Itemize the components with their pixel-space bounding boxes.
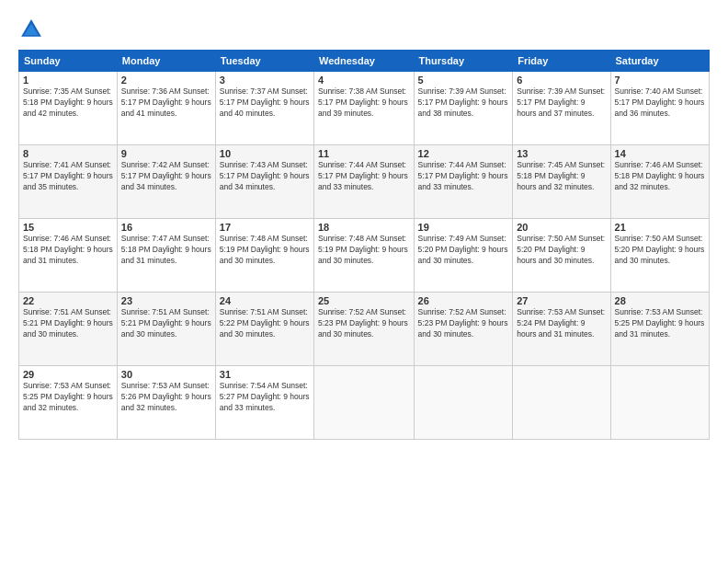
calendar-cell: 23Sunrise: 7:51 AM Sunset: 5:21 PM Dayli… (117, 293, 215, 366)
day-number: 19 (418, 222, 509, 233)
calendar-body: 1Sunrise: 7:35 AM Sunset: 5:18 PM Daylig… (19, 72, 710, 440)
day-header-monday: Monday (117, 51, 215, 72)
day-info: Sunrise: 7:41 AM Sunset: 5:17 PM Dayligh… (23, 160, 113, 193)
calendar-cell: 18Sunrise: 7:48 AM Sunset: 5:19 PM Dayli… (313, 219, 414, 293)
calendar-cell: 4Sunrise: 7:38 AM Sunset: 5:17 PM Daylig… (313, 72, 414, 145)
day-info: Sunrise: 7:53 AM Sunset: 5:26 PM Dayligh… (121, 381, 211, 414)
week-row-4: 29Sunrise: 7:53 AM Sunset: 5:25 PM Dayli… (19, 366, 710, 440)
calendar-cell: 7Sunrise: 7:40 AM Sunset: 5:17 PM Daylig… (610, 72, 709, 145)
day-info: Sunrise: 7:35 AM Sunset: 5:18 PM Dayligh… (23, 86, 113, 120)
calendar-cell: 11Sunrise: 7:44 AM Sunset: 5:17 PM Dayli… (313, 145, 414, 219)
day-number: 4 (318, 75, 410, 86)
calendar-cell: 6Sunrise: 7:39 AM Sunset: 5:17 PM Daylig… (513, 72, 610, 145)
day-number: 26 (418, 295, 509, 306)
calendar-cell (610, 366, 709, 440)
day-info: Sunrise: 7:43 AM Sunset: 5:17 PM Dayligh… (220, 160, 310, 193)
day-info: Sunrise: 7:50 AM Sunset: 5:20 PM Dayligh… (615, 234, 705, 267)
day-header-wednesday: Wednesday (313, 51, 414, 72)
day-number: 22 (23, 295, 113, 306)
day-info: Sunrise: 7:52 AM Sunset: 5:23 PM Dayligh… (418, 307, 509, 340)
day-header-sunday: Sunday (19, 51, 118, 72)
day-number: 24 (220, 295, 310, 306)
calendar-cell: 19Sunrise: 7:49 AM Sunset: 5:20 PM Dayli… (414, 219, 513, 293)
calendar-cell: 14Sunrise: 7:46 AM Sunset: 5:18 PM Dayli… (610, 145, 709, 219)
day-info: Sunrise: 7:49 AM Sunset: 5:20 PM Dayligh… (418, 234, 509, 267)
day-number: 7 (615, 75, 705, 86)
logo-icon (18, 17, 44, 42)
day-header-saturday: Saturday (610, 51, 709, 72)
calendar-cell: 20Sunrise: 7:50 AM Sunset: 5:20 PM Dayli… (513, 219, 610, 293)
day-header-friday: Friday (513, 51, 610, 72)
day-info: Sunrise: 7:42 AM Sunset: 5:17 PM Dayligh… (121, 160, 211, 193)
day-info: Sunrise: 7:38 AM Sunset: 5:17 PM Dayligh… (318, 86, 410, 120)
day-number: 27 (517, 295, 606, 306)
day-info: Sunrise: 7:44 AM Sunset: 5:17 PM Dayligh… (318, 160, 410, 193)
day-info: Sunrise: 7:54 AM Sunset: 5:27 PM Dayligh… (220, 381, 310, 414)
day-number: 13 (517, 148, 606, 159)
day-info: Sunrise: 7:46 AM Sunset: 5:18 PM Dayligh… (23, 234, 113, 267)
day-number: 29 (23, 369, 113, 380)
calendar-cell: 16Sunrise: 7:47 AM Sunset: 5:18 PM Dayli… (117, 219, 215, 293)
day-info: Sunrise: 7:51 AM Sunset: 5:21 PM Dayligh… (121, 307, 211, 340)
day-info: Sunrise: 7:47 AM Sunset: 5:18 PM Dayligh… (121, 234, 211, 267)
day-number: 15 (23, 222, 113, 233)
day-info: Sunrise: 7:45 AM Sunset: 5:18 PM Dayligh… (517, 160, 606, 193)
calendar-cell: 1Sunrise: 7:35 AM Sunset: 5:18 PM Daylig… (19, 72, 118, 145)
calendar-cell: 22Sunrise: 7:51 AM Sunset: 5:21 PM Dayli… (19, 293, 118, 366)
day-number: 28 (615, 295, 705, 306)
day-number: 25 (318, 295, 410, 306)
week-row-0: 1Sunrise: 7:35 AM Sunset: 5:18 PM Daylig… (19, 72, 710, 145)
day-info: Sunrise: 7:37 AM Sunset: 5:17 PM Dayligh… (220, 86, 310, 120)
calendar-cell (513, 366, 610, 440)
calendar-cell: 10Sunrise: 7:43 AM Sunset: 5:17 PM Dayli… (215, 145, 313, 219)
calendar-cell: 8Sunrise: 7:41 AM Sunset: 5:17 PM Daylig… (19, 145, 118, 219)
calendar-cell: 12Sunrise: 7:44 AM Sunset: 5:17 PM Dayli… (414, 145, 513, 219)
week-row-2: 15Sunrise: 7:46 AM Sunset: 5:18 PM Dayli… (19, 219, 710, 293)
day-number: 1 (23, 75, 113, 86)
calendar-page: SundayMondayTuesdayWednesdayThursdayFrid… (0, 0, 728, 563)
day-info: Sunrise: 7:53 AM Sunset: 5:25 PM Dayligh… (615, 307, 705, 340)
day-info: Sunrise: 7:48 AM Sunset: 5:19 PM Dayligh… (220, 234, 310, 267)
calendar-cell: 3Sunrise: 7:37 AM Sunset: 5:17 PM Daylig… (215, 72, 313, 145)
day-number: 10 (220, 148, 310, 159)
calendar-cell: 21Sunrise: 7:50 AM Sunset: 5:20 PM Dayli… (610, 219, 709, 293)
calendar-cell: 26Sunrise: 7:52 AM Sunset: 5:23 PM Dayli… (414, 293, 513, 366)
calendar-cell: 9Sunrise: 7:42 AM Sunset: 5:17 PM Daylig… (117, 145, 215, 219)
day-info: Sunrise: 7:53 AM Sunset: 5:24 PM Dayligh… (517, 307, 606, 340)
day-info: Sunrise: 7:36 AM Sunset: 5:17 PM Dayligh… (121, 86, 211, 120)
day-number: 3 (220, 75, 310, 86)
calendar-cell: 13Sunrise: 7:45 AM Sunset: 5:18 PM Dayli… (513, 145, 610, 219)
day-info: Sunrise: 7:53 AM Sunset: 5:25 PM Dayligh… (23, 381, 113, 414)
calendar-cell: 30Sunrise: 7:53 AM Sunset: 5:26 PM Dayli… (117, 366, 215, 440)
day-number: 12 (418, 148, 509, 159)
week-row-1: 8Sunrise: 7:41 AM Sunset: 5:17 PM Daylig… (19, 145, 710, 219)
calendar-cell: 29Sunrise: 7:53 AM Sunset: 5:25 PM Dayli… (19, 366, 118, 440)
calendar-cell: 24Sunrise: 7:51 AM Sunset: 5:22 PM Dayli… (215, 293, 313, 366)
day-info: Sunrise: 7:46 AM Sunset: 5:18 PM Dayligh… (615, 160, 705, 193)
day-number: 14 (615, 148, 705, 159)
day-number: 8 (23, 148, 113, 159)
day-number: 11 (318, 148, 410, 159)
calendar-header-row: SundayMondayTuesdayWednesdayThursdayFrid… (19, 51, 710, 72)
day-number: 20 (517, 222, 606, 233)
calendar-cell: 2Sunrise: 7:36 AM Sunset: 5:17 PM Daylig… (117, 72, 215, 145)
day-info: Sunrise: 7:52 AM Sunset: 5:23 PM Dayligh… (318, 307, 410, 340)
day-info: Sunrise: 7:44 AM Sunset: 5:17 PM Dayligh… (418, 160, 509, 193)
day-info: Sunrise: 7:39 AM Sunset: 5:17 PM Dayligh… (418, 86, 509, 120)
day-header-thursday: Thursday (414, 51, 513, 72)
day-info: Sunrise: 7:48 AM Sunset: 5:19 PM Dayligh… (318, 234, 410, 267)
day-number: 6 (517, 75, 606, 86)
day-number: 31 (220, 369, 310, 380)
day-info: Sunrise: 7:50 AM Sunset: 5:20 PM Dayligh… (517, 234, 606, 267)
day-info: Sunrise: 7:40 AM Sunset: 5:17 PM Dayligh… (615, 86, 705, 120)
day-info: Sunrise: 7:51 AM Sunset: 5:21 PM Dayligh… (23, 307, 113, 340)
day-info: Sunrise: 7:39 AM Sunset: 5:17 PM Dayligh… (517, 86, 606, 120)
calendar-cell: 5Sunrise: 7:39 AM Sunset: 5:17 PM Daylig… (414, 72, 513, 145)
day-header-tuesday: Tuesday (215, 51, 313, 72)
day-number: 18 (318, 222, 410, 233)
week-row-3: 22Sunrise: 7:51 AM Sunset: 5:21 PM Dayli… (19, 293, 710, 366)
calendar-cell (414, 366, 513, 440)
calendar-cell: 27Sunrise: 7:53 AM Sunset: 5:24 PM Dayli… (513, 293, 610, 366)
calendar-cell (313, 366, 414, 440)
calendar-cell: 28Sunrise: 7:53 AM Sunset: 5:25 PM Dayli… (610, 293, 709, 366)
